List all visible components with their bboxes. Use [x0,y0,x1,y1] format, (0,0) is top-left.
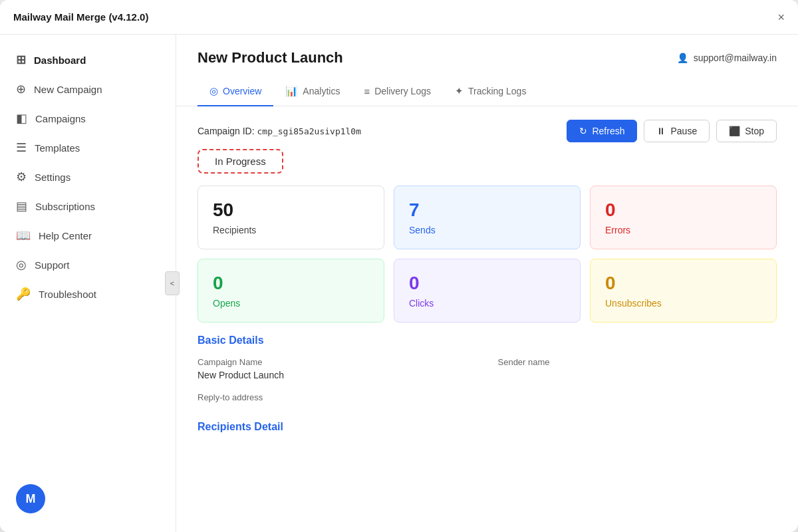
main-header: New Product Launch 👤 support@mailway.in [176,35,798,66]
stat-card-recipients: 50 Recipients [198,186,384,249]
user-avatar[interactable]: M [16,484,45,513]
stat-card-sends: 7 Sends [394,186,581,249]
campaign-id: Campaign ID: cmp_sgi85a2usivp1l0m [198,126,361,136]
user-email: support@mailway.in [694,53,777,63]
refresh-icon: ↻ [579,126,587,136]
basic-details-title: Basic Details [198,334,777,346]
campaigns-icon: ◧ [16,111,27,126]
stat-label-opens: Opens [213,298,369,309]
sidebar-item-label: Support [35,259,70,271]
tab-tracking-logs[interactable]: ✦ Tracking Logs [443,77,538,106]
delivery-logs-tab-icon: ≡ [364,86,370,97]
sidebar-item-help-center[interactable]: 📖 Help Center [0,221,176,250]
templates-icon: ☰ [16,140,27,155]
refresh-button[interactable]: ↻ Refresh [567,120,637,142]
subscriptions-icon: ▤ [16,199,27,213]
close-button[interactable]: × [777,11,785,23]
stat-value-recipients: 50 [213,200,369,221]
stat-value-unsubscribes: 0 [605,273,761,294]
tab-label: Analytics [303,86,340,96]
tab-analytics[interactable]: 📊 Analytics [273,77,352,106]
sidebar-item-campaigns[interactable]: ◧ Campaigns [0,104,176,133]
sidebar-item-support[interactable]: ◎ Support [0,250,176,279]
tabs: ◎ Overview 📊 Analytics ≡ Delivery Logs ✦… [176,77,798,106]
sidebar-collapse-button[interactable]: < [165,271,180,295]
tab-overview[interactable]: ◎ Overview [198,77,273,106]
stat-label-errors: Errors [605,225,761,235]
app-title: Mailway Mail Merge (v4.12.0) [13,11,148,23]
detail-reply-to: Reply-to address [198,392,477,405]
content-area: Campaign ID: cmp_sgi85a2usivp1l0m ↻ Refr… [176,106,798,532]
stat-value-opens: 0 [213,273,369,294]
recipients-detail-title: Recipients Detail [198,421,777,433]
sidebar-item-label: Subscriptions [35,201,95,212]
stat-card-errors: 0 Errors [590,186,777,249]
stat-value-clicks: 0 [409,273,565,294]
campaign-id-value: cmp_sgi85a2usivp1l0m [257,126,361,136]
sidebar-item-templates[interactable]: ☰ Templates [0,133,176,162]
pause-button[interactable]: ⏸ Pause [644,120,710,142]
sidebar-item-settings[interactable]: ⚙ Settings [0,162,176,192]
sidebar-item-label: Settings [35,172,70,183]
detail-label-campaign-name: Campaign Name [198,357,477,367]
support-icon: ◎ [16,257,27,272]
sidebar-item-subscriptions[interactable]: ▤ Subscriptions [0,192,176,221]
tab-label: Tracking Logs [468,86,526,96]
app-window: Mailway Mail Merge (v4.12.0) × ⊞ Dashboa… [0,0,798,532]
sidebar-item-label: New Campaign [34,84,102,95]
analytics-tab-icon: 📊 [285,85,298,97]
stop-button[interactable]: ⬛ Stop [716,120,777,142]
detail-sender-name: Sender name [498,357,777,380]
status-badge-wrapper: In Progress [198,149,777,174]
status-badge: In Progress [198,149,283,174]
overview-tab-icon: ◎ [209,85,218,97]
tab-label: Overview [223,86,261,96]
app-body: ⊞ Dashboard ⊕ New Campaign ◧ Campaigns ☰… [0,35,798,532]
sidebar-item-new-campaign[interactable]: ⊕ New Campaign [0,74,176,104]
sidebar-item-label: Troubleshoot [39,289,96,300]
sidebar-item-dashboard[interactable]: ⊞ Dashboard [0,45,176,74]
campaign-id-row: Campaign ID: cmp_sgi85a2usivp1l0m ↻ Refr… [198,120,777,142]
detail-value-campaign-name: New Product Launch [198,370,477,380]
tab-label: Delivery Logs [374,86,431,96]
main-content: New Product Launch 👤 support@mailway.in … [176,35,798,532]
user-info: 👤 support@mailway.in [677,53,777,63]
troubleshoot-icon: 🔑 [16,287,31,301]
recipients-detail-section: Recipients Detail [198,421,777,433]
detail-campaign-name: Campaign Name New Product Launch [198,357,477,380]
stat-card-unsubscribes: 0 Unsubscribes [590,259,777,323]
tracking-logs-tab-icon: ✦ [455,85,464,97]
tab-delivery-logs[interactable]: ≡ Delivery Logs [352,77,443,106]
stat-label-recipients: Recipients [213,225,369,235]
sidebar-item-label: Help Center [39,230,92,241]
stats-grid: 50 Recipients 7 Sends 0 Errors 0 Opens 0… [198,186,777,323]
stat-card-clicks: 0 Clicks [394,259,581,323]
stat-card-opens: 0 Opens [198,259,384,323]
titlebar: Mailway Mail Merge (v4.12.0) × [0,0,798,35]
stat-label-unsubscribes: Unsubscribes [605,298,761,309]
basic-details-section: Basic Details Campaign Name New Product … [198,334,777,405]
details-grid: Campaign Name New Product Launch Sender … [198,357,777,405]
detail-label-sender-name: Sender name [498,357,777,367]
stat-label-clicks: Clicks [409,298,565,309]
detail-label-reply-to: Reply-to address [198,392,477,402]
page-title: New Product Launch [198,49,343,66]
user-icon: 👤 [677,53,688,63]
sidebar-item-label: Campaigns [35,113,86,124]
pause-icon: ⏸ [656,126,666,136]
action-buttons: ↻ Refresh ⏸ Pause ⬛ Stop [567,120,777,142]
stat-label-sends: Sends [409,225,565,235]
dashboard-icon: ⊞ [16,53,26,67]
help-center-icon: 📖 [16,228,31,243]
sidebar-item-troubleshoot[interactable]: 🔑 Troubleshoot [0,279,176,309]
stat-value-errors: 0 [605,200,761,221]
sidebar-item-label: Templates [35,142,80,154]
sidebar: ⊞ Dashboard ⊕ New Campaign ◧ Campaigns ☰… [0,35,176,532]
settings-icon: ⚙ [16,170,27,184]
stop-icon: ⬛ [729,126,740,136]
stat-value-sends: 7 [409,200,565,221]
new-campaign-icon: ⊕ [16,82,26,96]
sidebar-item-label: Dashboard [34,55,86,66]
